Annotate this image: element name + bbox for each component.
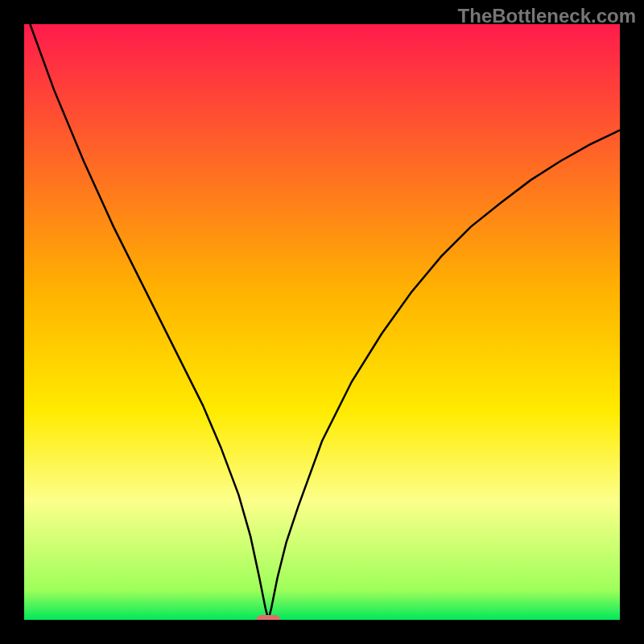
gradient-background — [24, 24, 620, 620]
chart-container: TheBottleneck.com — [0, 0, 644, 644]
bottleneck-chart — [24, 24, 620, 620]
optimal-marker — [257, 615, 281, 620]
